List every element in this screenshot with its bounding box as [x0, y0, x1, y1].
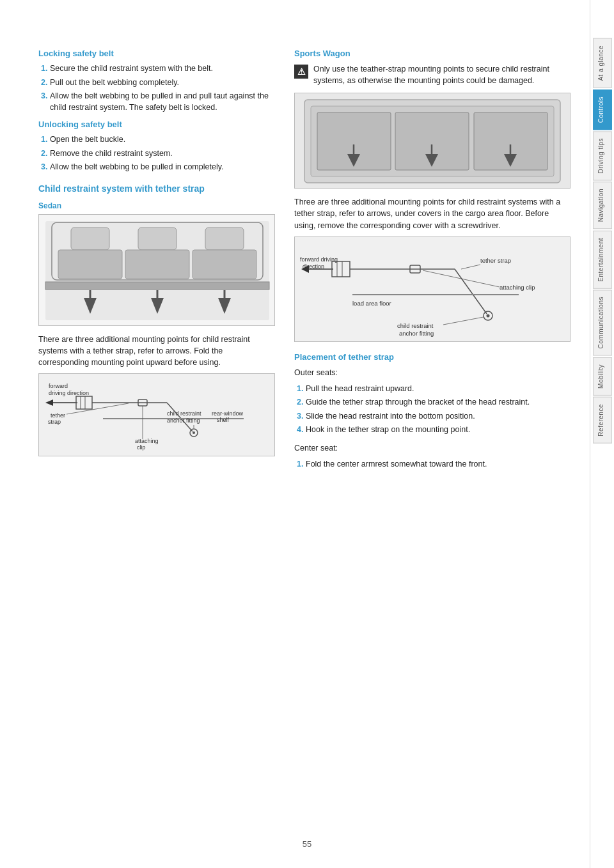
warning-text: Only use the teather-strap mounting poin… [313, 63, 571, 86]
sidebar-tab-driving-tips[interactable]: Driving tips [593, 131, 612, 180]
locking-section: Locking safety belt Secure the child res… [38, 49, 275, 113]
svg-rect-1 [71, 228, 109, 250]
outer-seats-label: Outer seats: [294, 367, 571, 378]
sports-wagon-heading: Sports Wagon [294, 49, 571, 58]
outer-step-1: Pull the head restraint upward. [306, 384, 571, 395]
sedan-top-svg [39, 215, 275, 326]
svg-text:strap: strap [48, 419, 61, 425]
sidebar-tab-communications[interactable]: Communications [593, 290, 612, 355]
unlocking-section: Unlocking safety belt Open the belt buck… [38, 120, 275, 173]
sidebar-tab-navigation[interactable]: Navigation [593, 182, 612, 229]
warning-icon-symbol: ⚠ [297, 66, 306, 77]
center-steps-list: Fold the center armrest somewhat toward … [294, 459, 571, 470]
outer-step-4: Hook in the tether strap on the mounting… [306, 424, 571, 436]
sidebar-tab-at-a-glance[interactable]: At a glance [593, 38, 612, 88]
locking-steps-list: Secure the child restraint system with t… [38, 63, 275, 113]
svg-text:anchor fitting: anchor fitting [399, 330, 434, 337]
svg-text:load area floor: load area floor [352, 300, 391, 307]
svg-rect-4 [58, 250, 122, 279]
unlocking-step-2: Remove the child restraint system. [50, 148, 275, 160]
child-restraint-section: Child restraint system with tether strap… [38, 183, 275, 456]
page-number: 55 [303, 839, 311, 849]
svg-rect-6 [193, 250, 256, 279]
unlocking-step-3: Allow the belt webbing to be pulled in c… [50, 162, 275, 173]
unlocking-heading: Unlocking safety belt [38, 120, 275, 129]
placement-heading: Placement of tether strap [294, 352, 571, 362]
sidebar-tab-mobility[interactable]: Mobility [593, 357, 612, 396]
outer-steps-list: Pull the head restraint upward. Guide th… [294, 384, 571, 436]
svg-rect-3 [205, 228, 244, 250]
sedan-bottom-svg: forward driving direction [39, 374, 275, 456]
svg-text:child restraint: child restraint [397, 322, 434, 329]
sedan-diagram-bottom: forward driving direction [38, 373, 275, 456]
right-column: Sports Wagon ⚠ Only use the teather-stra… [294, 38, 571, 830]
svg-rect-2 [138, 228, 177, 250]
svg-text:rear-window: rear-window [212, 410, 244, 417]
sedan-description: There are three additional mounting poin… [38, 334, 275, 368]
sports-wagon-section: Sports Wagon ⚠ Only use the teather-stra… [294, 49, 571, 470]
svg-text:attaching: attaching [135, 438, 159, 444]
svg-text:direction: direction [303, 263, 324, 270]
svg-text:clip: clip [137, 444, 146, 451]
svg-text:driving direction: driving direction [49, 390, 89, 396]
locking-step-2: Pull out the belt webbing completely. [50, 77, 275, 89]
svg-text:tether strap: tether strap [480, 257, 511, 264]
svg-text:forward: forward [49, 383, 68, 389]
sidebar: At a glance Controls Driving tips Naviga… [590, 0, 614, 868]
svg-rect-5 [125, 250, 189, 279]
warning-box: ⚠ Only use the teather-strap mounting po… [294, 63, 571, 86]
warning-icon: ⚠ [294, 65, 308, 79]
child-restraint-heading: Child restraint system with tether strap [38, 183, 275, 194]
locking-heading: Locking safety belt [38, 49, 275, 58]
sedan-diagram-top [38, 214, 275, 326]
wagon-diagram-bottom: forward driving direction tether strap [294, 236, 571, 342]
svg-point-26 [193, 431, 195, 434]
wagon-description: Three are three additional mounting poin… [294, 196, 571, 231]
sidebar-tab-controls[interactable]: Controls [593, 89, 612, 130]
center-step-1: Fold the center armrest somewhat toward … [306, 459, 571, 470]
sedan-heading: Sedan [38, 201, 275, 210]
locking-step-3: Allow the belt webbing to be pulled in a… [50, 91, 275, 113]
wagon-top-svg [295, 93, 570, 189]
center-seat-label: Center seat: [294, 442, 571, 454]
wagon-bottom-svg: forward driving direction tether strap [295, 237, 570, 342]
unlocking-step-1: Open the belt buckle. [50, 134, 275, 146]
locking-step-1: Secure the child restraint system with t… [50, 63, 275, 75]
sidebar-tab-reference[interactable]: Reference [593, 397, 612, 444]
svg-point-70 [487, 314, 490, 317]
unlocking-steps-list: Open the belt buckle. Remove the child r… [38, 134, 275, 173]
outer-step-2: Guide the tether strap through the brack… [306, 397, 571, 408]
left-column: Locking safety belt Secure the child res… [38, 38, 275, 830]
svg-text:attaching clip: attaching clip [500, 284, 535, 291]
svg-text:tether: tether [51, 412, 65, 419]
wagon-diagram-top [294, 93, 571, 189]
outer-step-3: Slide the head restraint into the bottom… [306, 411, 571, 422]
svg-text:anchor fitting: anchor fitting [167, 417, 200, 424]
svg-rect-7 [45, 282, 269, 290]
svg-text:shelf: shelf [217, 417, 230, 423]
sidebar-tab-entertainment[interactable]: Entertainment [593, 231, 612, 289]
placement-section: Placement of tether strap Outer seats: P… [294, 352, 571, 470]
svg-text:child restraint: child restraint [167, 410, 201, 417]
